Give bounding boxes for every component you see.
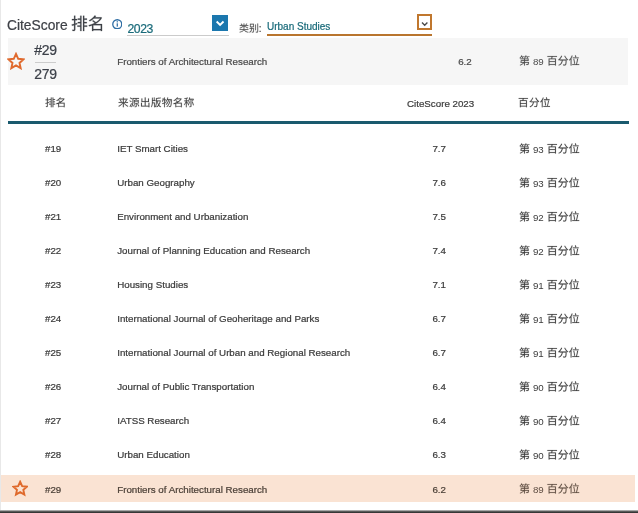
svg-text:93: 93 <box>533 143 544 154</box>
svg-text:89: 89 <box>533 484 544 495</box>
svg-text:91: 91 <box>533 279 544 290</box>
svg-text:90: 90 <box>533 415 544 426</box>
svg-text:89: 89 <box>533 55 544 66</box>
svg-text:90: 90 <box>533 381 544 392</box>
svg-text:93: 93 <box>533 177 544 188</box>
svg-text:92: 92 <box>533 211 544 222</box>
svg-text:91: 91 <box>533 313 544 324</box>
svg-text:91: 91 <box>533 347 544 358</box>
svg-text:92: 92 <box>533 245 544 256</box>
svg-text:90: 90 <box>533 449 544 460</box>
